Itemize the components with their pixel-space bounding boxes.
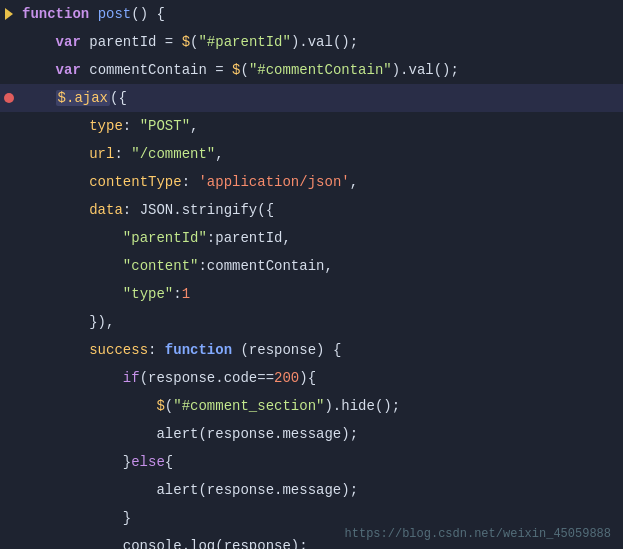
source-line-6: url: "/comment",: [18, 141, 623, 167]
source-line-14: if(response.code==200){: [18, 365, 623, 391]
code-editor: function post() { var parentId = $("#par…: [0, 0, 623, 549]
gutter-4: [0, 93, 18, 103]
source-line-3: var commentContain = $("#commentContain"…: [18, 57, 623, 83]
code-line-9: "parentId":parentId,: [0, 224, 623, 252]
source-line-2: var parentId = $("#parentId").val();: [18, 29, 623, 55]
source-line-11: "type":1: [18, 281, 623, 307]
source-line-12: }),: [18, 309, 623, 335]
code-line-12: }),: [0, 308, 623, 336]
code-line-10: "content":commentContain,: [0, 252, 623, 280]
source-line-9: "parentId":parentId,: [18, 225, 623, 251]
code-line-13: success: function (response) {: [0, 336, 623, 364]
source-line-15: $("#comment_section").hide();: [18, 393, 623, 419]
code-line-1: function post() {: [0, 0, 623, 28]
source-line-5: type: "POST",: [18, 113, 623, 139]
code-line-3: var commentContain = $("#commentContain"…: [0, 56, 623, 84]
source-line-16: alert(response.message);: [18, 421, 623, 447]
code-line-18: alert(response.message);: [0, 476, 623, 504]
watermark-url: https://blog.csdn.net/weixin_45059888: [345, 527, 611, 541]
source-line-13: success: function (response) {: [18, 337, 623, 363]
code-line-5: type: "POST",: [0, 112, 623, 140]
code-line-14: if(response.code==200){: [0, 364, 623, 392]
breakpoint-dot-4: [4, 93, 14, 103]
source-line-18: alert(response.message);: [18, 477, 623, 503]
source-line-4: $.ajax({: [18, 85, 623, 111]
code-line-11: "type":1: [0, 280, 623, 308]
source-line-1: function post() {: [18, 1, 623, 27]
code-line-4: $.ajax({: [0, 84, 623, 112]
code-line-6: url: "/comment",: [0, 140, 623, 168]
source-line-10: "content":commentContain,: [18, 253, 623, 279]
code-line-8: data: JSON.stringify({: [0, 196, 623, 224]
source-line-8: data: JSON.stringify({: [18, 197, 623, 223]
code-line-7: contentType: 'application/json',: [0, 168, 623, 196]
breakpoint-arrow-1: [5, 8, 13, 20]
source-line-7: contentType: 'application/json',: [18, 169, 623, 195]
code-line-15: $("#comment_section").hide();: [0, 392, 623, 420]
code-line-2: var parentId = $("#parentId").val();: [0, 28, 623, 56]
code-line-16: alert(response.message);: [0, 420, 623, 448]
gutter-1: [0, 8, 18, 20]
source-line-17: }else{: [18, 449, 623, 475]
code-line-17: }else{: [0, 448, 623, 476]
